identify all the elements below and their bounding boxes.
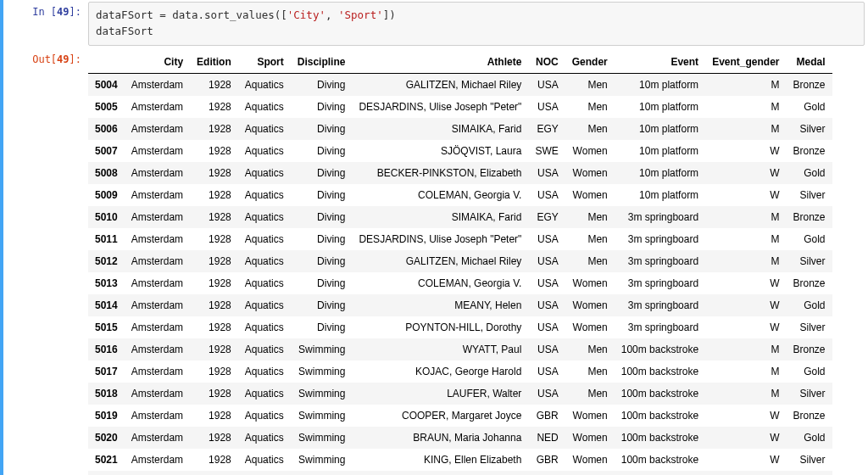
cell-event_gender: M [705, 96, 786, 118]
col-header: Event [615, 51, 705, 74]
code-sep: , [326, 8, 338, 21]
cell-noc: USA [528, 162, 565, 184]
code-input[interactable]: dataFSort = data.sort_values(['City', 'S… [88, 2, 865, 46]
cell-sport: Aquatics [238, 96, 291, 118]
output-area: CityEditionSportDisciplineAthleteNOCGend… [88, 48, 868, 476]
cell-gender: Men [565, 360, 615, 383]
row-index: 5009 [88, 184, 125, 206]
cell-discipline: Diving [291, 272, 353, 294]
cell-sport: Aquatics [238, 73, 291, 96]
cell-gender: Men [565, 228, 615, 250]
col-header: Edition [190, 51, 238, 74]
cell-city: Amsterdam [125, 449, 190, 471]
cell-discipline: Diving [291, 250, 353, 272]
cell-medal: Bronze [786, 140, 832, 162]
cell-city: Amsterdam [125, 272, 190, 294]
cell-athlete: TAKAISHI, Katsuo [352, 471, 528, 476]
cell-noc: USA [528, 383, 565, 405]
cell-city: Amsterdam [125, 405, 190, 427]
table-row: 5022Amsterdam1928AquaticsSwimmingTAKAISH… [88, 471, 832, 476]
cell-edition: 1928 [190, 73, 238, 96]
cell-discipline: Swimming [291, 383, 353, 405]
cell-city: Amsterdam [125, 360, 190, 383]
cell-medal: Gold [786, 427, 832, 449]
cell-discipline: Diving [291, 228, 353, 250]
cell-event_gender: W [705, 162, 786, 184]
cell-event_gender: W [705, 427, 786, 449]
out-prompt: Out[49]: [5, 48, 88, 67]
cell-noc: JPN [528, 471, 565, 476]
cell-noc: NED [528, 427, 565, 449]
cell-event_gender: W [705, 449, 786, 471]
cell-event: 3m springboard [615, 206, 705, 228]
cell-medal: Silver [786, 383, 832, 405]
cell-athlete: DESJARDINS, Ulise Joseph "Peter" [352, 96, 528, 118]
cell-event: 10m platform [615, 140, 705, 162]
cell-event_gender: W [705, 184, 786, 206]
cell-gender: Women [565, 316, 615, 338]
cell-event: 10m platform [615, 184, 705, 206]
cell-gender: Women [565, 427, 615, 449]
cell-medal: Bronze [786, 272, 832, 294]
cell-gender: Women [565, 405, 615, 427]
cell-noc: USA [528, 228, 565, 250]
cell-sport: Aquatics [238, 118, 291, 140]
row-index: 5005 [88, 96, 125, 118]
cell-event: 3m springboard [615, 228, 705, 250]
cell-gender: Men [565, 73, 615, 96]
cell-gender: Women [565, 449, 615, 471]
table-row: 5013Amsterdam1928AquaticsDivingCOLEMAN, … [88, 272, 832, 294]
cell-discipline: Diving [291, 316, 353, 338]
col-header [88, 51, 125, 74]
col-header: Discipline [291, 51, 353, 74]
table-row: 5005Amsterdam1928AquaticsDivingDESJARDIN… [88, 96, 832, 118]
cell-sport: Aquatics [238, 383, 291, 405]
col-header: City [125, 51, 190, 74]
cell-medal: Gold [786, 96, 832, 118]
cell-athlete: GALITZEN, Michael Riley [352, 73, 528, 96]
cell-noc: GBR [528, 449, 565, 471]
cell-edition: 1928 [190, 206, 238, 228]
cell-event_gender: M [705, 471, 786, 476]
table-row: 5011Amsterdam1928AquaticsDivingDESJARDIN… [88, 228, 832, 250]
cell-event: 100m freestyle [615, 471, 705, 476]
cell-medal: Silver [786, 118, 832, 140]
cell-athlete: COLEMAN, Georgia V. [352, 184, 528, 206]
cell-edition: 1928 [190, 140, 238, 162]
cell-sport: Aquatics [238, 338, 291, 360]
cell-discipline: Diving [291, 140, 353, 162]
cell-sport: Aquatics [238, 427, 291, 449]
code-line2: dataFSort [96, 25, 153, 37]
cell-city: Amsterdam [125, 162, 190, 184]
cell-city: Amsterdam [125, 206, 190, 228]
cell-city: Amsterdam [125, 383, 190, 405]
code-line1-post: ]) [383, 8, 396, 21]
cell-athlete: KOJAC, George Harold [352, 360, 528, 383]
cell-medal: Gold [786, 162, 832, 184]
cell-athlete: LAUFER, Walter [352, 383, 528, 405]
cell-event: 100m backstroke [615, 338, 705, 360]
table-row: 5004Amsterdam1928AquaticsDivingGALITZEN,… [88, 73, 832, 96]
cell-event_gender: M [705, 338, 786, 360]
cell-edition: 1928 [190, 449, 238, 471]
cell-gender: Men [565, 118, 615, 140]
cell-event: 100m backstroke [615, 449, 705, 471]
row-index: 5006 [88, 118, 125, 140]
cell-discipline: Diving [291, 206, 353, 228]
row-index: 5021 [88, 449, 125, 471]
col-header: Sport [238, 51, 291, 74]
cell-event: 100m backstroke [615, 360, 705, 383]
cell-sport: Aquatics [238, 206, 291, 228]
cell-noc: EGY [528, 118, 565, 140]
cell-event: 10m platform [615, 162, 705, 184]
row-index: 5008 [88, 162, 125, 184]
table-row: 5020Amsterdam1928AquaticsSwimmingBRAUN, … [88, 427, 832, 449]
table-row: 5007Amsterdam1928AquaticsDivingSJÖQVIST,… [88, 140, 832, 162]
cell-edition: 1928 [190, 118, 238, 140]
cell-discipline: Diving [291, 96, 353, 118]
cell-medal: Bronze [786, 73, 832, 96]
cell-event: 10m platform [615, 96, 705, 118]
cell-edition: 1928 [190, 294, 238, 316]
in-prompt-prefix: In [ [32, 6, 57, 18]
cell-gender: Women [565, 140, 615, 162]
